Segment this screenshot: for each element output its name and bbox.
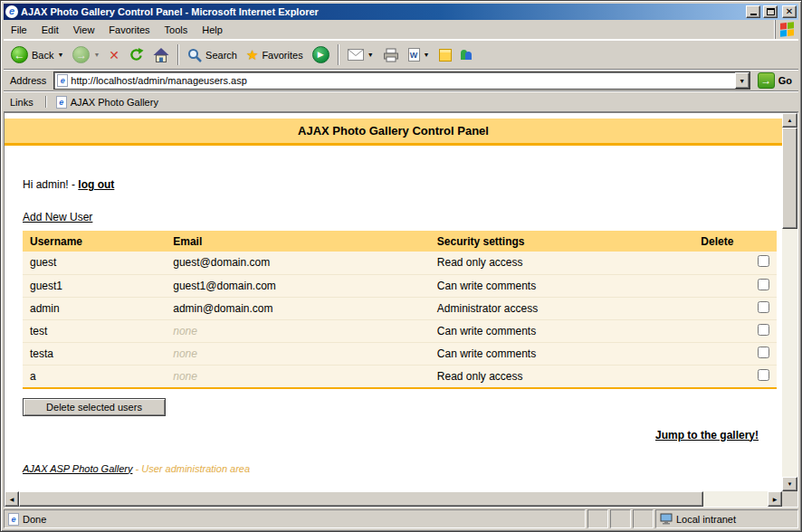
delete-cell — [693, 297, 777, 319]
scroll-right-button[interactable]: ▶ — [768, 491, 782, 507]
add-new-user-link[interactable]: Add New User — [23, 211, 92, 223]
print-button[interactable] — [378, 46, 404, 64]
favorites-button[interactable]: ★ Favorites — [242, 46, 308, 63]
horizontal-scroll-track[interactable] — [703, 491, 768, 507]
table-row: a none Read only access — [23, 365, 777, 388]
footer-separator: - — [132, 463, 141, 474]
delete-checkbox[interactable] — [758, 255, 769, 267]
title-bar[interactable]: e AJAX Photo Gallery Control Panel - Mic… — [4, 4, 798, 20]
delete-checkbox[interactable] — [758, 369, 769, 381]
status-pane-empty — [587, 509, 608, 528]
logout-link[interactable]: log out — [78, 178, 114, 191]
mail-dropdown-icon[interactable]: ▼ — [368, 52, 374, 58]
delete-checkbox[interactable] — [758, 279, 769, 290]
status-page-icon: e — [8, 513, 19, 526]
edit-button[interactable]: W ▼ — [404, 46, 434, 63]
users-table: Username Email Security settings Delete … — [23, 231, 777, 389]
discuss-button[interactable] — [434, 47, 456, 63]
edit-dropdown-icon[interactable]: ▼ — [424, 52, 430, 58]
close-button[interactable]: ✕ — [782, 5, 797, 18]
window-title: AJAX Photo Gallery Control Panel - Micro… — [21, 6, 743, 17]
delete-selected-button[interactable]: Delete selected users — [23, 398, 166, 416]
menu-favorites[interactable]: Favorites — [101, 20, 157, 39]
username-cell: testa — [23, 342, 166, 365]
home-icon — [153, 48, 169, 62]
address-bar: Address e ▼ → Go — [4, 70, 798, 91]
links-bar: Links e AJAX Photo Gallery — [4, 91, 798, 112]
vertical-scrollbar[interactable]: ▲ ▼ — [782, 113, 797, 491]
address-dropdown-button[interactable]: ▼ — [735, 72, 749, 89]
username-cell: guest1 — [23, 274, 166, 297]
forward-button[interactable]: → ▼ — [68, 44, 104, 65]
scroll-down-button[interactable]: ▼ — [782, 477, 797, 491]
add-user-row: Add New User — [23, 211, 777, 223]
delete-checkbox[interactable] — [758, 347, 769, 358]
links-item-label: AJAX Photo Gallery — [71, 97, 158, 108]
security-cell: Read only access — [430, 365, 694, 388]
links-bar-item[interactable]: e AJAX Photo Gallery — [56, 96, 158, 109]
greeting-text: Hi admin! - — [23, 178, 78, 191]
menu-file[interactable]: File — [4, 20, 34, 39]
home-button[interactable] — [148, 46, 174, 64]
email-cell: admin@domain.com — [166, 297, 430, 319]
page-icon: e — [56, 96, 67, 109]
footer-gallery-link[interactable]: AJAX ASP Photo Gallery — [23, 463, 132, 474]
address-field[interactable]: e ▼ — [53, 71, 749, 90]
col-email: Email — [166, 231, 430, 252]
security-cell: Read only access — [430, 252, 694, 274]
favorites-label: Favorites — [262, 50, 302, 61]
delete-checkbox[interactable] — [758, 324, 769, 336]
favorites-icon: ★ — [246, 48, 258, 62]
email-cell: none — [166, 342, 430, 365]
back-dropdown-icon[interactable]: ▼ — [57, 52, 63, 58]
back-label: Back — [32, 50, 53, 61]
menu-view[interactable]: View — [66, 20, 102, 39]
col-security: Security settings — [430, 231, 694, 252]
menu-tools[interactable]: Tools — [158, 20, 196, 39]
messenger-button[interactable] — [456, 48, 476, 62]
security-zone-pane: Local intranet — [655, 509, 798, 528]
local-intranet-icon — [660, 513, 673, 525]
close-icon: ✕ — [786, 7, 793, 16]
horizontal-scroll-thumb[interactable] — [19, 491, 703, 507]
vertical-scroll-track[interactable] — [782, 229, 797, 477]
media-button[interactable]: ▶ — [308, 44, 334, 65]
search-button[interactable]: Search — [183, 46, 242, 64]
horizontal-scrollbar[interactable]: ◀ ▶ — [5, 491, 782, 507]
jump-to-gallery-link[interactable]: Jump to the gallery! — [655, 429, 759, 442]
media-icon: ▶ — [312, 46, 329, 63]
address-input[interactable] — [71, 73, 731, 88]
refresh-button[interactable] — [124, 45, 148, 64]
mail-button[interactable]: ▼ — [343, 47, 378, 62]
table-row: guest guest@domain.com Read only access — [23, 252, 777, 274]
menu-bar: File Edit View Favorites Tools Help — [4, 20, 798, 40]
email-cell: none — [166, 365, 430, 388]
maximize-button[interactable] — [763, 5, 778, 18]
delete-cell — [693, 274, 777, 297]
discuss-icon — [439, 49, 452, 62]
windows-logo-icon — [780, 22, 794, 37]
scroll-up-button[interactable]: ▲ — [782, 113, 797, 128]
browser-window: e AJAX Photo Gallery Control Panel - Mic… — [0, 0, 802, 532]
status-pane-empty — [610, 509, 631, 528]
go-button[interactable]: → Go — [755, 72, 795, 89]
table-row: guest1 guest1@domain.com Can write comme… — [23, 274, 777, 297]
stop-button[interactable]: ✕ — [104, 47, 124, 63]
scroll-left-button[interactable]: ◀ — [5, 491, 19, 507]
username-cell: test — [23, 319, 166, 342]
table-row: test none Can write comments — [23, 319, 777, 342]
vertical-scroll-thumb[interactable] — [782, 128, 797, 229]
page-icon: e — [57, 74, 68, 87]
status-pane: e Done — [4, 509, 586, 528]
status-bar: e Done Local intranet — [4, 509, 798, 528]
minimize-button[interactable] — [746, 5, 760, 18]
security-cell: Can write comments — [430, 319, 694, 342]
menu-edit[interactable]: Edit — [34, 20, 66, 39]
delete-checkbox[interactable] — [758, 301, 769, 313]
stop-icon: ✕ — [109, 49, 119, 62]
menu-help[interactable]: Help — [195, 20, 230, 39]
messenger-icon — [461, 50, 472, 60]
back-button[interactable]: ← Back ▼ — [6, 44, 68, 65]
links-separator — [45, 96, 47, 108]
status-text: Done — [23, 514, 46, 525]
